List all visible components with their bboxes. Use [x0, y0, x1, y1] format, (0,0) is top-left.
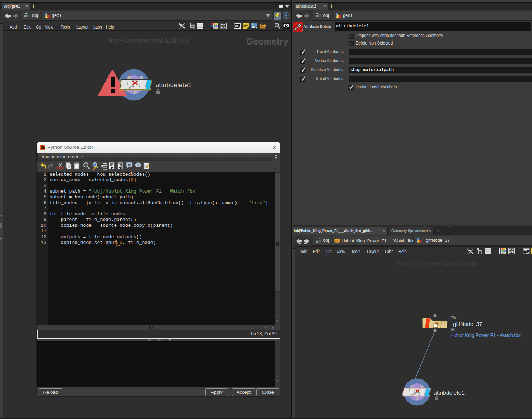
svg-text:attribdelete1: attribdelete1 — [155, 82, 192, 88]
svg-text:File: File — [450, 316, 457, 321]
svg-text:attribdelete1: attribdelete1 — [434, 390, 465, 396]
svg-text:Hublot King Power F1 - Watch.f: Hublot King Power F1 - Watch.fbx — [450, 332, 521, 338]
svg-text:_gltfNode_37: _gltfNode_37 — [450, 321, 482, 327]
